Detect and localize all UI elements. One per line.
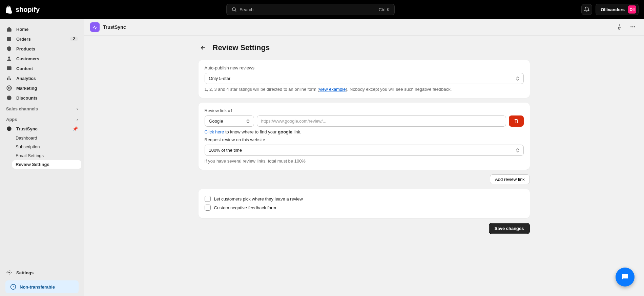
request-review-label: Request review on this website [205,137,524,142]
svg-point-6 [7,96,12,100]
svg-rect-1 [7,37,11,41]
app-header: TrustSync [84,19,644,36]
svg-point-7 [7,126,12,131]
card-review-link: Review link #1 Google Click here to know… [199,103,530,170]
checkbox-label: Let customers pick where they leave a re… [214,196,303,202]
auto-publish-help: 1, 2, 3 and 4 star ratings will be direc… [205,87,524,92]
card-auto-publish: Auto-publish new reviews Only 5-star 1, … [199,60,530,98]
sidebar-subitem-email-settings[interactable]: Email Settings [12,151,81,160]
home-icon [6,26,12,32]
notifications-button[interactable] [581,4,592,15]
chat-fab[interactable] [616,268,635,287]
avatar: Oll [628,5,636,14]
info-icon [10,284,16,290]
svg-point-2 [8,57,10,59]
sidebar-item-settings[interactable]: Settings [3,268,81,277]
orders-icon [6,36,12,42]
sidebar-item-marketing[interactable]: Marketing [3,83,81,93]
svg-point-4 [7,86,12,90]
svg-point-11 [632,26,633,27]
checkbox-custom-negative[interactable] [205,205,211,211]
sidebar: Home Orders2 Products Customers Content … [0,19,84,296]
svg-point-10 [630,26,631,27]
customers-icon [6,56,12,62]
topbar: shopify Search Ctrl K Ollivanders Oll [0,0,644,19]
store-name: Ollivanders [601,7,625,12]
search-placeholder: Search [240,7,379,12]
checkbox-let-customers-pick[interactable] [205,196,211,202]
find-link-hint: Click here to know where to find your go… [205,129,524,134]
pin-button[interactable] [614,24,624,31]
delete-link-button[interactable] [509,115,524,127]
sidebar-item-customers[interactable]: Customers [3,54,81,63]
sidebar-item-analytics[interactable]: Analytics [3,73,81,83]
select-chevrons-icon [516,77,519,81]
app-icon [6,126,12,132]
save-button[interactable]: Save changes [489,223,530,234]
apps-section[interactable]: Apps› [3,113,81,124]
frequency-help: If you have several review links, total … [205,158,524,164]
trash-icon [514,119,519,124]
sidebar-app-trustsync[interactable]: TrustSync📌 [3,124,81,133]
auto-publish-label: Auto-publish new reviews [205,65,524,70]
sidebar-subitem-review-settings[interactable]: Review Settings [12,160,81,169]
sidebar-subitem-dashboard[interactable]: Dashboard [12,134,81,142]
chat-icon [621,273,629,281]
add-review-link-button[interactable]: Add review link [490,174,529,184]
card-options: Let customers pick where they leave a re… [199,189,530,218]
back-button[interactable] [199,43,208,52]
select-chevrons-icon [516,148,519,152]
shopify-logo[interactable]: shopify [5,5,40,14]
search-shortcut: Ctrl K [379,7,390,12]
content-icon [6,65,12,71]
auto-publish-select[interactable]: Only 5-star [205,73,524,84]
discounts-icon [6,95,12,101]
click-here-link[interactable]: Click here [205,129,224,134]
arrow-left-icon [200,44,207,51]
svg-point-12 [634,26,635,27]
marketing-icon [6,85,12,91]
sales-channels-section[interactable]: Sales channels› [3,103,81,113]
more-button[interactable] [628,24,638,31]
search-icon [231,7,237,12]
review-url-input[interactable] [257,115,506,127]
sidebar-item-home[interactable]: Home [3,24,81,34]
view-example-link[interactable]: view example [319,87,346,92]
chevron-right-icon: › [77,117,78,122]
svg-point-0 [232,8,235,11]
orders-badge: 2 [70,37,78,41]
logo-text: shopify [16,6,40,14]
sidebar-item-content[interactable]: Content [3,64,81,73]
page-title: Review Settings [213,43,270,52]
sidebar-item-orders[interactable]: Orders2 [3,34,81,44]
sidebar-item-products[interactable]: Products [3,44,81,54]
select-chevrons-icon [246,119,250,123]
store-menu[interactable]: Ollivanders Oll [596,4,639,15]
chevron-right-icon: › [77,106,78,111]
svg-point-5 [8,87,10,89]
review-link-label: Review link #1 [205,108,524,113]
sidebar-item-discounts[interactable]: Discounts [3,93,81,103]
sidebar-subitem-subscription[interactable]: Subscription [12,143,81,151]
frequency-select[interactable]: 100% of the time [205,145,524,156]
pin-icon[interactable]: 📌 [72,126,78,131]
platform-select[interactable]: Google [205,115,254,127]
search-input[interactable]: Search Ctrl K [226,4,395,15]
products-icon [6,46,12,52]
svg-rect-3 [7,66,12,70]
svg-point-8 [8,272,10,274]
gear-icon [6,270,12,276]
checkbox-label: Custom negative feedback form [214,205,276,210]
app-header-title: TrustSync [103,24,126,30]
non-transferable-pill: Non-transferable [5,280,79,293]
analytics-icon [6,75,12,81]
app-header-icon [90,22,100,32]
bell-icon [584,6,590,13]
